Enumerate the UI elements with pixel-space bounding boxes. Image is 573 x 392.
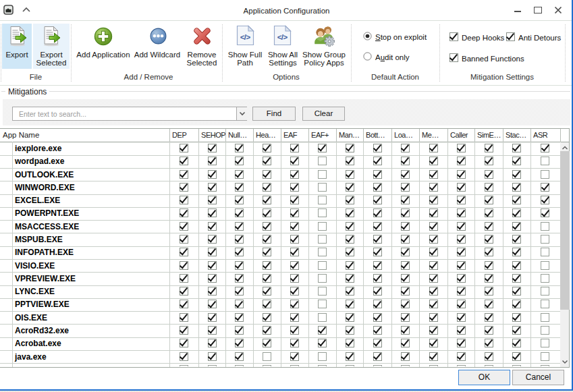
svg-text:</>: </> xyxy=(240,33,251,41)
svg-text:</>: </> xyxy=(277,33,288,41)
